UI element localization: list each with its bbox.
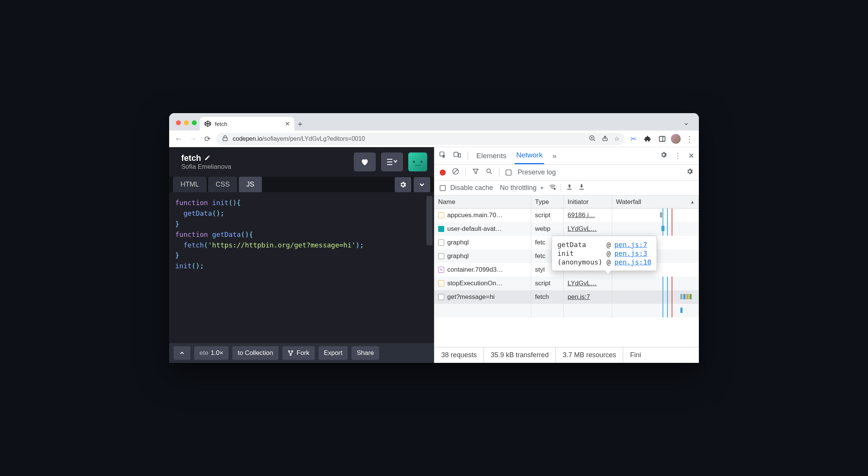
fetch-icon — [438, 240, 444, 246]
col-name[interactable]: Name — [434, 196, 531, 208]
back-button[interactable]: ← — [173, 133, 184, 145]
close-tab-button[interactable]: ✕ — [285, 120, 290, 128]
browser-toolbar: ← → ⟳ codepen.io/sofiayem/pen/LYdGvLg?ed… — [169, 131, 699, 147]
export-button[interactable]: Export — [319, 346, 348, 360]
browser-tab[interactable]: fetch ✕ — [200, 117, 294, 131]
code-editor[interactable]: function init(){ getData(); } function g… — [169, 192, 434, 343]
devtools-menu-icon[interactable]: ⋮ — [674, 151, 681, 160]
content-area: fetch Sofia Emelianova •‿• HTML CSS JS — [169, 147, 699, 363]
new-tab-button[interactable]: ＋ — [294, 117, 306, 131]
download-har-icon[interactable] — [578, 183, 585, 193]
tab-more[interactable]: » — [551, 148, 558, 164]
collection-button[interactable]: to Collection — [232, 346, 278, 360]
svg-point-18 — [288, 351, 289, 352]
url-text: codepen.io/sofiayem/pen/LYdGvLg?editors=… — [233, 135, 365, 142]
svg-rect-30 — [579, 189, 584, 190]
status-transferred: 35.9 kB transferred — [484, 347, 556, 363]
source-link[interactable]: pen.js:3 — [614, 249, 647, 257]
zoom-icon[interactable] — [588, 134, 596, 143]
filter-icon[interactable] — [472, 168, 479, 177]
svg-line-25 — [453, 169, 458, 174]
zoom-button[interactable]: ete1.0× — [194, 346, 229, 360]
tab-css[interactable]: CSS — [208, 177, 237, 192]
device-toggle-icon[interactable] — [453, 151, 461, 160]
network-row[interactable]: user-default-avat… webp LYdGvL… — [434, 222, 699, 236]
share-icon[interactable] — [601, 134, 609, 143]
network-toolbar-2: Disable cache No throttling▼ — [434, 180, 699, 196]
network-row[interactable]: get?message=hi fetch pen.js:7 — [434, 290, 699, 304]
fetch-icon — [438, 253, 444, 259]
edit-icon[interactable] — [204, 153, 210, 163]
devtools-pane: Elements Network » ⋮ ✕ Preserve log — [434, 147, 699, 363]
fork-button[interactable]: Fork — [282, 346, 315, 360]
reload-button[interactable]: ⟳ — [202, 133, 213, 145]
upload-har-icon[interactable] — [566, 183, 573, 193]
forward-button[interactable]: → — [187, 133, 199, 145]
col-initiator[interactable]: Initiator — [564, 196, 612, 208]
network-conditions-icon[interactable] — [549, 183, 556, 193]
editor-dropdown-button[interactable] — [414, 177, 430, 192]
status-requests: 38 requests — [434, 347, 484, 363]
pen-author[interactable]: Sofia Emelianova — [181, 163, 231, 171]
view-toggle-button[interactable] — [381, 152, 403, 171]
tab-js[interactable]: JS — [239, 177, 262, 192]
stylesheet-icon: ✎ — [438, 267, 444, 273]
svg-rect-22 — [454, 152, 458, 157]
tab-network[interactable]: Network — [515, 147, 544, 164]
browser-menu-button[interactable]: ⋮ — [684, 133, 695, 145]
close-window-button[interactable] — [176, 120, 181, 125]
source-link[interactable]: pen.js:10 — [614, 258, 652, 266]
search-icon[interactable] — [485, 168, 493, 177]
scissors-icon[interactable]: ✂ — [628, 133, 639, 145]
preserve-log-label[interactable]: Preserve log — [518, 168, 556, 176]
devtools-close-icon[interactable]: ✕ — [688, 151, 694, 160]
status-finish: Fini — [623, 347, 648, 363]
initiator-stack-tooltip: getData@pen.js:7 init@pen.js:3 (anonymou… — [552, 236, 657, 271]
network-row[interactable]: ⬨appcues.main.70… script 69186.j… — [434, 208, 699, 222]
svg-point-26 — [487, 169, 490, 173]
svg-point-28 — [554, 188, 555, 190]
tab-strip: fetch ✕ ＋ ⌄ — [169, 113, 699, 131]
editor-settings-button[interactable] — [395, 177, 411, 192]
disable-cache-label[interactable]: Disable cache — [450, 184, 493, 192]
like-button[interactable] — [354, 152, 376, 171]
image-icon — [438, 226, 444, 232]
network-settings-icon[interactable] — [686, 168, 694, 177]
script-icon: ⬨ — [438, 280, 444, 286]
source-link[interactable]: pen.js:7 — [614, 241, 647, 249]
sidepanel-icon[interactable] — [656, 133, 668, 145]
col-waterfall[interactable]: Waterfall▲ — [612, 196, 699, 208]
user-avatar[interactable]: •‿• — [408, 152, 427, 171]
share-button[interactable]: Share — [352, 346, 379, 360]
console-toggle-button[interactable] — [174, 346, 190, 360]
editor-scrollbar[interactable] — [426, 196, 432, 245]
maximize-window-button[interactable] — [192, 120, 197, 125]
svg-rect-3 — [223, 138, 227, 141]
inspect-icon[interactable] — [439, 151, 446, 160]
address-bar[interactable]: codepen.io/sofiayem/pen/LYdGvLg?editors=… — [216, 133, 625, 145]
clear-icon[interactable] — [452, 168, 459, 177]
record-button[interactable] — [440, 170, 446, 176]
settings-icon[interactable] — [660, 151, 667, 160]
tabs-menu-button[interactable]: ⌄ — [678, 118, 694, 131]
tab-elements[interactable]: Elements — [475, 148, 508, 164]
script-icon: ⬨ — [438, 212, 444, 218]
tab-html[interactable]: HTML — [173, 177, 207, 192]
extensions-icon[interactable] — [642, 133, 653, 145]
profile-avatar[interactable] — [671, 134, 681, 144]
network-status-bar: 38 requests 35.9 kB transferred 3.7 MB r… — [434, 347, 699, 363]
lock-icon — [221, 134, 229, 143]
minimize-window-button[interactable] — [184, 120, 189, 125]
status-resources: 3.7 MB resources — [556, 347, 623, 363]
svg-line-5 — [593, 139, 595, 141]
throttling-select[interactable]: No throttling▼ — [500, 184, 544, 192]
codepen-footer: ete1.0× to Collection Fork Export Share — [169, 343, 434, 363]
disable-cache-checkbox[interactable] — [440, 185, 446, 191]
network-table-header: Name Type Initiator Waterfall▲ — [434, 196, 699, 208]
network-row[interactable]: ⬨stopExecutionOn… script LYdGvL… — [434, 277, 699, 290]
bookmark-icon[interactable]: ☆ — [614, 135, 619, 142]
pen-title[interactable]: fetch — [181, 153, 231, 163]
window-controls — [174, 120, 200, 131]
col-type[interactable]: Type — [531, 196, 564, 208]
preserve-log-checkbox[interactable] — [506, 170, 512, 176]
